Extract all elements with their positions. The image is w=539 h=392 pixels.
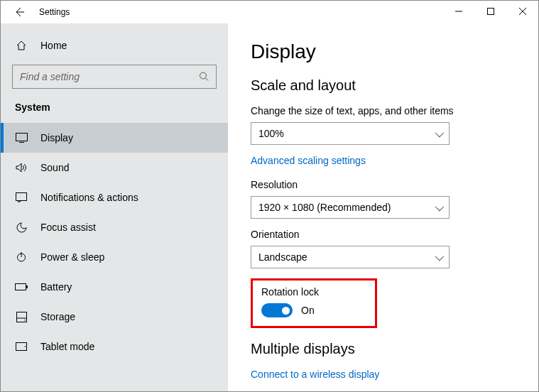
orientation-label: Orientation (251, 229, 516, 240)
search-input[interactable] (12, 65, 217, 89)
display-icon (15, 131, 28, 144)
storage-icon (15, 310, 28, 323)
chevron-down-icon (435, 202, 442, 213)
sidebar-item-power[interactable]: Power & sleep (1, 242, 228, 272)
titlebar: Settings (1, 1, 538, 23)
resolution-value: 1920 × 1080 (Recommended) (258, 202, 391, 213)
sidebar-item-notifications[interactable]: Notifications & actions (1, 183, 228, 212)
svg-point-17 (25, 346, 26, 347)
multiple-displays-heading: Multiple displays (251, 341, 516, 357)
svg-rect-1 (487, 9, 494, 15)
orientation-dropdown[interactable]: Landscape (251, 246, 450, 268)
sidebar-item-label: Notifications & actions (40, 192, 138, 203)
scale-dropdown[interactable]: 100% (251, 122, 450, 145)
window-title: Settings (39, 7, 70, 17)
chevron-down-icon (435, 128, 442, 139)
sidebar-item-focus-assist[interactable]: Focus assist (1, 212, 228, 242)
sidebar-section: System (1, 102, 228, 123)
page-title: Display (251, 40, 516, 63)
tablet-icon (15, 340, 28, 353)
scale-label: Change the size of text, apps, and other… (251, 105, 516, 116)
search-wrap (12, 65, 217, 89)
orientation-value: Landscape (258, 251, 307, 263)
rotation-lock-state: On (301, 305, 315, 316)
scale-value: 100% (258, 128, 284, 139)
sidebar-item-label: Storage (40, 311, 75, 322)
rotation-lock-label: Rotation lock (261, 286, 364, 298)
sidebar-item-battery[interactable]: Battery (1, 272, 228, 302)
sidebar-item-label: Battery (40, 281, 72, 293)
sidebar-item-label: Focus assist (40, 222, 96, 233)
main-content: Display Scale and layout Change the size… (228, 23, 538, 391)
svg-point-15 (24, 320, 26, 321)
wireless-display-link[interactable]: Connect to a wireless display (251, 369, 516, 380)
svg-rect-12 (26, 285, 28, 288)
window-controls (442, 1, 538, 22)
rotation-lock-toggle[interactable] (261, 303, 293, 317)
home-nav[interactable]: Home (1, 32, 228, 59)
sidebar-item-label: Tablet mode (40, 341, 94, 352)
maximize-button[interactable] (474, 1, 506, 22)
sidebar-item-label: Display (40, 132, 73, 143)
sidebar-item-label: Power & sleep (40, 251, 104, 263)
search-icon (199, 72, 209, 82)
resolution-label: Resolution (251, 179, 516, 190)
battery-icon (15, 281, 28, 293)
notifications-icon (15, 191, 28, 204)
advanced-scaling-link[interactable]: Advanced scaling settings (251, 155, 516, 166)
sidebar-item-label: Sound (40, 162, 69, 173)
svg-rect-8 (16, 192, 27, 200)
power-icon (15, 251, 28, 263)
sidebar: Home System Display Sound Notifications … (1, 23, 228, 391)
svg-point-4 (200, 72, 207, 79)
svg-rect-11 (16, 284, 26, 290)
minimize-button[interactable] (442, 1, 474, 22)
scale-heading: Scale and layout (251, 77, 516, 94)
close-button[interactable] (506, 1, 538, 22)
sidebar-item-sound[interactable]: Sound (1, 153, 228, 183)
focus-assist-icon (15, 221, 28, 234)
sidebar-item-display[interactable]: Display (1, 123, 228, 153)
home-label: Home (40, 40, 67, 51)
home-icon (15, 39, 28, 52)
svg-line-5 (206, 78, 209, 81)
chevron-down-icon (435, 251, 442, 263)
back-button[interactable] (13, 6, 25, 18)
resolution-dropdown[interactable]: 1920 × 1080 (Recommended) (251, 196, 450, 219)
sidebar-item-tablet[interactable]: Tablet mode (1, 332, 228, 361)
svg-rect-6 (16, 134, 27, 141)
rotation-lock-highlight: Rotation lock On (251, 278, 377, 328)
sound-icon (15, 161, 28, 174)
sidebar-item-storage[interactable]: Storage (1, 302, 228, 332)
toggle-knob (282, 307, 290, 315)
